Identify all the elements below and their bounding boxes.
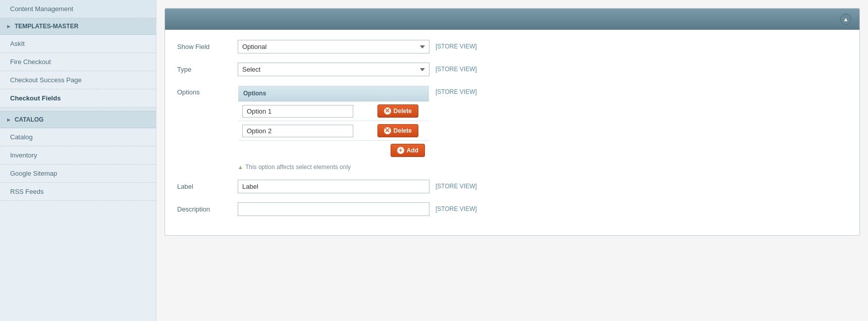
add-icon: + [397,147,404,154]
show-field-row: Show Field Optional Required Hidden [STO… [177,40,847,54]
sidebar-item[interactable]: Content Management [0,0,156,18]
options-store-view[interactable]: [STORE VIEW] [436,85,477,95]
show-field-store-view[interactable]: [STORE VIEW] [436,40,477,50]
field-panel: ▲ Show Field Optional Required Hidden [S… [165,8,860,236]
sidebar-item[interactable]: Checkout Fields [0,89,156,108]
type-control: Select Text Textarea Checkbox [STORE VIE… [238,63,847,76]
sidebar: Content Management►TEMPLATES-MASTERAskIt… [0,0,156,321]
option-2-delete-button[interactable]: ✕ Delete [377,124,418,137]
section-header-label: CATALOG [15,116,44,123]
warning-icon: ▲ [238,164,243,170]
option-2-input[interactable] [242,125,353,137]
sidebar-item[interactable]: Checkout Success Page [0,71,156,89]
option-1-cell [238,101,373,121]
field-panel-header: ▲ [165,9,859,30]
delete-icon: ✕ [384,127,391,134]
options-table: Options [238,85,429,161]
sidebar-item[interactable]: Google Sitemap [0,165,156,183]
options-notice: ▲ This option affects select elements on… [238,164,429,171]
options-notice-text: This option affects select elements only [245,164,351,171]
description-row: Description [STORE VIEW] [177,202,847,216]
field-panel-body: Show Field Optional Required Hidden [STO… [165,30,859,235]
type-label: Type [177,63,238,73]
label-row: Label [STORE VIEW] [177,180,847,193]
options-add-row: + Add [238,141,429,161]
option-2-cell [238,121,373,141]
sidebar-item[interactable]: Fire Checkout [0,53,156,71]
table-row: ✕ Delete [238,101,429,121]
type-row: Type Select Text Textarea Checkbox [STOR… [177,63,847,76]
options-table-wrap: Options [238,85,429,171]
delete-icon: ✕ [384,108,391,115]
show-field-control: Optional Required Hidden [STORE VIEW] [238,40,847,54]
option-1-delete-button[interactable]: ✕ Delete [377,104,418,118]
options-label: Options [177,85,238,96]
section-header-label: TEMPLATES-MASTER [15,23,78,30]
description-input[interactable] [238,202,429,216]
label-control: [STORE VIEW] [238,180,847,193]
collapse-button[interactable]: ▲ [840,14,851,25]
label-input[interactable] [238,180,429,193]
section-arrow-icon: ► [6,117,12,123]
options-col-action [373,86,429,101]
sidebar-item[interactable]: Catalog [0,128,156,146]
option-1-input[interactable] [242,105,353,118]
sidebar-item[interactable]: Inventory [0,146,156,165]
options-add-cell: + Add [373,141,429,161]
show-field-select[interactable]: Optional Required Hidden [238,40,429,54]
add-option-button[interactable]: + Add [391,144,425,157]
option-2-delete-cell: ✕ Delete [373,121,429,141]
show-field-label: Show Field [177,40,238,50]
description-store-view[interactable]: [STORE VIEW] [436,202,477,212]
options-control: Options [238,85,847,171]
sidebar-item[interactable]: RSS Feeds [0,183,156,201]
main-content: ▲ Show Field Optional Required Hidden [S… [156,0,868,321]
description-label: Description [177,202,238,213]
label-store-view[interactable]: [STORE VIEW] [436,180,477,190]
type-select[interactable]: Select Text Textarea Checkbox [238,63,429,76]
description-control: [STORE VIEW] [238,202,847,216]
table-row: ✕ Delete [238,121,429,141]
sidebar-spacer [0,108,156,112]
sidebar-section-header[interactable]: ►TEMPLATES-MASTER [0,18,156,35]
option-1-delete-cell: ✕ Delete [373,101,429,121]
options-row: Options Options [177,85,847,171]
options-add-empty [238,141,373,161]
sidebar-item[interactable]: AskIt [0,35,156,53]
section-arrow-icon: ► [6,23,12,29]
label-field-label: Label [177,180,238,190]
type-store-view[interactable]: [STORE VIEW] [436,63,477,73]
options-col-header: Options [238,86,373,101]
sidebar-section-header[interactable]: ►CATALOG [0,112,156,128]
